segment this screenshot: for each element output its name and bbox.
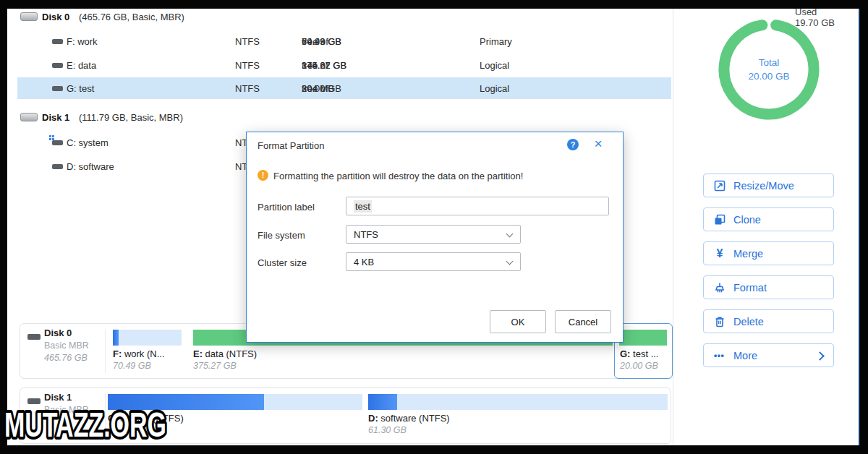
partition-type: Logical xyxy=(480,83,509,94)
used-fill xyxy=(113,330,119,346)
partition-label-label: Partition label xyxy=(258,202,315,213)
partition-fs: NTFS xyxy=(235,36,260,47)
partition-name: C: system xyxy=(67,137,109,148)
delete-label: Delete xyxy=(733,316,764,327)
partition-name: D: software xyxy=(67,161,114,172)
cell-label-d[interactable]: D: software (NTFS) xyxy=(368,413,450,424)
drive-letter: F: xyxy=(113,348,122,359)
disk0-header-row[interactable]: Disk 0 (465.76 GB, Basic, MBR) xyxy=(17,9,671,25)
total-space: 375.27 GB xyxy=(302,60,346,71)
divider xyxy=(105,329,106,373)
partition-icon xyxy=(52,86,63,91)
format-partition-dialog: Format Partition ? × ! Formatting the pa… xyxy=(246,132,624,343)
partition-bar-g xyxy=(619,330,667,346)
cancel-button[interactable]: Cancel xyxy=(555,310,611,333)
total-space: 70.49 GB xyxy=(302,36,341,47)
more-label: More xyxy=(733,350,757,361)
delete-icon xyxy=(714,316,726,327)
clone-label: Clone xyxy=(733,214,761,226)
drive-label: work (N... xyxy=(122,348,164,359)
partition-label-value: test xyxy=(354,200,372,213)
partition-row-f[interactable]: F: work NTFS 64.93 GB free of 70.49 GB P… xyxy=(17,30,671,52)
partition-fs: NTFS xyxy=(235,83,260,94)
partition-row-g-selected[interactable]: G: test NTFS 304 MB free of 20.00 GB Log… xyxy=(17,77,671,99)
format-icon xyxy=(714,282,726,294)
partition-row-e[interactable]: E: data NTFS 144.62 GB free of 375.27 GB… xyxy=(17,54,671,76)
partition-fs: NTFS xyxy=(235,60,260,71)
partition-name: F: work xyxy=(67,36,98,47)
app-window: Disk 0 (465.76 GB, Basic, MBR) F: work N… xyxy=(7,9,859,445)
cluster-size-value: 4 KB xyxy=(354,257,374,267)
drive-letter: G: xyxy=(620,348,630,359)
dialog-title: Format Partition xyxy=(258,140,324,151)
merge-label: Merge xyxy=(733,248,763,260)
format-label: Format xyxy=(733,282,767,294)
resize-move-label: Resize/Move xyxy=(733,180,794,192)
cell-label-f[interactable]: F: work (N... xyxy=(113,348,165,359)
partition-type: Logical xyxy=(480,60,509,71)
partition-name: E: data xyxy=(67,60,96,71)
merge-icon: ¥ xyxy=(714,247,726,260)
cluster-size-label: Cluster size xyxy=(258,257,307,268)
drive-label: test ... xyxy=(630,348,658,359)
partition-icon xyxy=(52,140,63,145)
disk-map-type: Basic MBR xyxy=(44,340,89,351)
total-value: 20.00 GB xyxy=(748,69,789,83)
chevron-down-icon xyxy=(506,258,514,265)
cell-size-d: 61.30 GB xyxy=(368,425,407,435)
chevron-down-icon xyxy=(506,231,514,238)
screenshot-stage: Disk 0 (465.76 GB, Basic, MBR) F: work N… xyxy=(0,0,868,454)
drive-letter: D: xyxy=(368,413,378,424)
partition-bar-f[interactable] xyxy=(113,330,182,346)
file-system-label: File system xyxy=(258,230,305,241)
drive-label: data (NTFS) xyxy=(203,348,257,359)
donut-center-text: Total 20.00 GB xyxy=(711,12,827,127)
warning-text: Formatting the partition will destroy th… xyxy=(273,171,523,181)
more-icon xyxy=(714,350,726,361)
cell-size-f: 70.49 GB xyxy=(113,361,151,371)
chevron-right-icon xyxy=(815,351,825,361)
total-space: 20.00 GB xyxy=(302,83,341,94)
ok-button[interactable]: OK xyxy=(490,310,546,333)
system-flag-icon xyxy=(49,135,51,137)
partition-icon xyxy=(52,164,63,169)
disk1-meta: (111.79 GB, Basic, MBR) xyxy=(79,112,183,123)
partition-label-input[interactable]: test xyxy=(346,197,609,215)
disk0-meta: (465.76 GB, Basic, MBR) xyxy=(79,12,184,22)
resize-move-button[interactable]: Resize/Move xyxy=(703,174,834,197)
partition-icon xyxy=(52,39,63,44)
drive-label: software (NTFS) xyxy=(378,413,450,424)
clone-button[interactable]: Clone xyxy=(703,207,834,231)
help-icon[interactable]: ? xyxy=(567,139,579,150)
resize-move-icon xyxy=(714,180,726,192)
cluster-size-select[interactable]: 4 KB xyxy=(346,252,521,271)
partition-bar-d[interactable] xyxy=(368,394,668,410)
watermark: MUTAZZ.ORG xyxy=(0,401,188,448)
cell-label-e[interactable]: E: data (NTFS) xyxy=(193,348,257,359)
clone-icon xyxy=(714,214,726,226)
disk1-header-row[interactable]: Disk 1 (111.79 GB, Basic, MBR) xyxy=(17,109,671,125)
partition-name: G: test xyxy=(67,83,94,94)
warning-icon: ! xyxy=(258,170,268,181)
disk-icon xyxy=(27,334,41,340)
merge-button[interactable]: ¥ Merge xyxy=(703,241,834,265)
cell-size-g: 20.00 GB xyxy=(620,361,658,371)
file-system-value: NTFS xyxy=(354,229,378,240)
action-sidebar: Used 19.70 GB Total 20.00 GB Resize/Move… xyxy=(673,9,859,445)
cell-size-e: 375.27 GB xyxy=(193,361,237,371)
format-button[interactable]: Format xyxy=(703,275,834,299)
more-button[interactable]: More xyxy=(703,343,834,367)
close-icon[interactable]: × xyxy=(590,136,606,152)
drive-letter: E: xyxy=(193,348,203,359)
file-system-select[interactable]: NTFS xyxy=(346,225,521,244)
total-label: Total xyxy=(759,56,780,69)
disk-map-size: 465.76 GB xyxy=(44,353,88,363)
cell-label-g: G: test ... xyxy=(620,348,658,359)
watermark-text: MUTAZZ.ORG xyxy=(4,406,166,444)
partition-icon xyxy=(52,63,63,68)
disk-icon xyxy=(20,113,38,121)
disk0-name: Disk 0 xyxy=(42,12,69,22)
disk-icon xyxy=(20,12,38,21)
delete-button[interactable]: Delete xyxy=(703,309,834,333)
used-fill xyxy=(368,394,397,410)
